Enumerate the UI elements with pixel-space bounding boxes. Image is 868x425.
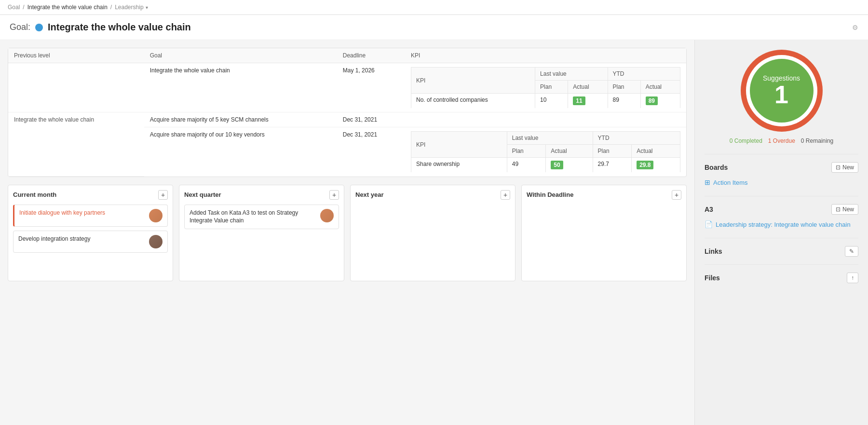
breadcrumb-goal[interactable]: Goal	[8, 4, 20, 11]
add-task-button[interactable]: +	[158, 190, 168, 200]
cell-prev-level-2: Integrate the whole value chain	[8, 112, 144, 177]
column-title: Current month	[13, 191, 56, 198]
kpi-sub-actual2: Actual	[640, 81, 680, 94]
task-card[interactable]: Added Task on Kata A3 to test on Strateg…	[184, 205, 339, 230]
divider	[705, 238, 858, 238]
a3-link-text: Leadership strategy: Integrate whole val…	[716, 221, 851, 228]
a3-header: A3 ⊡ New	[705, 204, 858, 215]
settings-icon[interactable]: ⚙	[852, 24, 858, 31]
a3-title: A3	[705, 206, 713, 213]
divider	[705, 154, 858, 154]
kpi-actual-ytd: 89	[640, 94, 680, 109]
kpi-value-badge: 50	[551, 161, 563, 169]
breadcrumb-dropdown[interactable]: Leadership ▾	[115, 4, 148, 11]
kpi-col-name: KPI	[411, 68, 535, 94]
task-card[interactable]: Develop integration strategy	[13, 231, 168, 253]
suggestions-circle-green: Suggestions 1	[750, 59, 814, 123]
table-row: Integrate the whole value chain Acquire …	[8, 112, 686, 127]
boards-title: Boards	[705, 164, 728, 171]
avatar	[149, 235, 163, 248]
kpi-plan-ytd: 29.7	[593, 158, 632, 173]
kpi-actual-lv: 11	[568, 94, 608, 109]
kpi-sub-plan1: Plan	[507, 145, 546, 158]
kpi-col-name: KPI	[411, 132, 507, 158]
boards-header: Boards ⊡ New	[705, 162, 858, 173]
breadcrumb-sep2: /	[110, 4, 112, 11]
page-header-left: Goal: Integrate the whole value chain	[10, 22, 191, 33]
page-title: Integrate the whole value chain	[48, 22, 191, 33]
suggestions-number: 1	[774, 82, 788, 107]
task-column-header: Within Deadline +	[527, 190, 681, 200]
kpi-value-badge: 29.8	[637, 161, 653, 169]
task-column-next-year: Next year +	[350, 185, 515, 281]
divider	[705, 264, 858, 265]
kpi-col-ytd: YTD	[593, 132, 680, 145]
kpi-row: No. of controlled companies 10 11 89 89	[411, 94, 680, 109]
divider	[705, 196, 858, 196]
kpi-plan-lv: 10	[535, 94, 568, 109]
upload-icon: ↑	[851, 274, 854, 281]
kpi-col-last-value: Last value	[535, 68, 608, 81]
kpi-sub-actual1: Actual	[546, 145, 593, 158]
goal-label: Goal:	[10, 22, 30, 32]
a3-section: A3 ⊡ New 📄 Leadership strategy: Integrat…	[705, 204, 858, 230]
table-row: Integrate the whole value chain May 1, 2…	[8, 63, 686, 112]
add-task-button[interactable]: +	[672, 190, 681, 200]
goal-status-dot	[35, 24, 43, 31]
kpi-actual-ytd: 29.8	[632, 158, 680, 173]
cell-goal-2: Acquire share majority of 5 key SCM chan…	[144, 112, 337, 127]
task-card-text: Added Task on Kata A3 to test on Strateg…	[190, 209, 316, 225]
task-column-header: Next year +	[355, 190, 510, 200]
suggestions-widget: Suggestions 1 0 Completed 1 Overdue 0 Re…	[705, 50, 858, 144]
cell-kpi-2	[405, 112, 686, 127]
action-items-link[interactable]: ⊞ Action Items	[705, 177, 858, 188]
new-a3-icon: ⊡	[836, 206, 841, 213]
col-kpi: KPI	[405, 48, 686, 63]
add-task-button[interactable]: +	[501, 190, 510, 200]
kpi-plan-lv: 49	[507, 158, 546, 173]
cell-prev-level-1	[8, 63, 144, 112]
files-upload-button[interactable]: ↑	[847, 273, 858, 283]
column-title: Next quarter	[184, 191, 221, 198]
kpi-name: Share ownership	[411, 158, 507, 173]
kpi-col-last-value: Last value	[507, 132, 593, 145]
cell-kpi-1: KPI Last value YTD Plan Actual Plan Actu…	[405, 63, 686, 112]
kpi-col-ytd: YTD	[608, 68, 680, 81]
kpi-value-badge: 89	[646, 96, 658, 105]
stat-remaining: 0 Remaining	[801, 137, 833, 144]
kpi-sub-plan2: Plan	[593, 145, 632, 158]
links-section: Links ✎	[705, 246, 858, 257]
kpi-row: Share ownership 49 50 29.7 29.8	[411, 158, 680, 173]
a3-link[interactable]: 📄 Leadership strategy: Integrate whole v…	[705, 219, 858, 230]
kpi-sub-actual2: Actual	[632, 145, 680, 158]
task-column-next-quarter: Next quarter + Added Task on Kata A3 to …	[179, 185, 344, 281]
avatar	[149, 209, 163, 222]
cell-deadline-2: Dec 31, 2021	[337, 112, 405, 127]
tasks-sections: Current month + Initiate dialogue with k…	[8, 185, 687, 281]
task-card[interactable]: Initiate dialogue with key partners	[13, 205, 168, 227]
a3-new-button[interactable]: ⊡ New	[831, 204, 858, 215]
kpi-sub-plan2: Plan	[608, 81, 640, 94]
goals-table-section: Previous level Goal Deadline KPI Integra…	[8, 48, 687, 177]
action-items-label: Action Items	[713, 179, 748, 186]
cell-goal-1: Integrate the whole value chain	[144, 63, 337, 112]
files-section: Files ↑	[705, 273, 858, 283]
col-goal: Goal	[144, 48, 337, 63]
column-title: Next year	[355, 191, 384, 198]
links-edit-button[interactable]: ✎	[845, 246, 858, 257]
links-title: Links	[705, 247, 722, 255]
kpi-sub-plan1: Plan	[535, 81, 568, 94]
a3-new-label: New	[842, 206, 854, 213]
files-header: Files ↑	[705, 273, 858, 283]
breadcrumb-sep1: /	[23, 4, 24, 11]
column-title: Within Deadline	[527, 191, 573, 198]
kpi-name: No. of controlled companies	[411, 94, 535, 109]
add-task-button[interactable]: +	[329, 190, 339, 200]
new-board-icon: ⊡	[836, 164, 841, 171]
breadcrumb-dropdown-label: Leadership	[115, 4, 143, 11]
files-title: Files	[705, 274, 720, 282]
boards-new-button[interactable]: ⊡ New	[831, 162, 858, 173]
kpi-table-1: KPI Last value YTD Plan Actual Plan Actu…	[411, 67, 680, 108]
kpi-actual-lv: 50	[546, 158, 593, 173]
stat-completed: 0 Completed	[730, 137, 762, 144]
